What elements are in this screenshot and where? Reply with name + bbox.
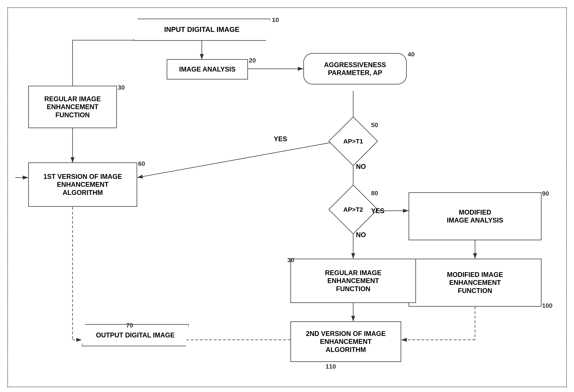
- no2-label: NO: [356, 231, 366, 239]
- svg-line-8: [137, 143, 331, 178]
- image-analysis-node: IMAGE ANALYSIS: [167, 59, 248, 79]
- no1-label: NO: [356, 163, 366, 170]
- regular-ief-bottom-label: REGULAR IMAGE ENHANCEMENT FUNCTION: [325, 269, 381, 293]
- input-digital-image-label: INPUT DIGITAL IMAGE: [164, 25, 240, 34]
- label-90: 90: [542, 190, 549, 197]
- label-10: 10: [272, 16, 279, 23]
- label-80: 80: [371, 189, 378, 197]
- first-version-label: 1ST VERSION OF IMAGE ENHANCEMENT ALGORIT…: [43, 173, 122, 197]
- modified-image-analysis-node: MODIFIED IMAGE ANALYSIS: [409, 192, 541, 240]
- regular-ief-top-label: REGULAR IMAGE ENHANCEMENT FUNCTION: [44, 95, 101, 119]
- yes2-label: YES: [371, 207, 384, 215]
- input-digital-image-node: INPUT DIGITAL IMAGE: [133, 19, 270, 41]
- image-analysis-label: IMAGE ANALYSIS: [179, 65, 235, 73]
- modified-ief-label: MODIFIED IMAGE ENHANCEMENT FUNCTION: [447, 271, 503, 295]
- second-version-label: 2ND VERSION OF IMAGE ENHANCEMENT ALGORIT…: [306, 330, 386, 354]
- label-70: 70: [126, 322, 133, 329]
- aggressiveness-param-label: AGGRESSIVENESS PARAMETER, AP: [324, 61, 386, 77]
- label-30-bottom: 30: [287, 257, 294, 264]
- modified-image-analysis-label: MODIFIED IMAGE ANALYSIS: [447, 208, 503, 224]
- label-40: 40: [408, 51, 415, 58]
- modified-ief-node: MODIFIED IMAGE ENHANCEMENT FUNCTION: [409, 259, 541, 307]
- output-digital-image-label: OUTPUT DIGITAL IMAGE: [96, 331, 175, 339]
- label-30-top: 30: [118, 84, 125, 91]
- regular-ief-top-node: REGULAR IMAGE ENHANCEMENT FUNCTION: [28, 86, 117, 128]
- aggressiveness-param-node: AGGRESSIVENESS PARAMETER, AP: [303, 53, 407, 84]
- regular-ief-bottom-node: REGULAR IMAGE ENHANCEMENT FUNCTION: [290, 259, 416, 303]
- label-100: 100: [542, 302, 553, 309]
- ap-t1-diamond: AP>T1: [336, 124, 371, 159]
- label-110: 110: [326, 363, 336, 370]
- yes1-label: YES: [274, 135, 287, 143]
- second-version-node: 2ND VERSION OF IMAGE ENHANCEMENT ALGORIT…: [290, 321, 401, 362]
- first-version-node: 1ST VERSION OF IMAGE ENHANCEMENT ALGORIT…: [28, 162, 137, 207]
- diagram-container: INPUT DIGITAL IMAGE 10 IMAGE ANALYSIS 20…: [7, 7, 567, 387]
- label-50: 50: [371, 121, 378, 129]
- label-20: 20: [249, 57, 256, 64]
- ap-t2-diamond: AP>T2: [336, 192, 371, 227]
- label-60: 60: [138, 160, 145, 167]
- output-digital-image-node: OUTPUT DIGITAL IMAGE: [82, 324, 189, 346]
